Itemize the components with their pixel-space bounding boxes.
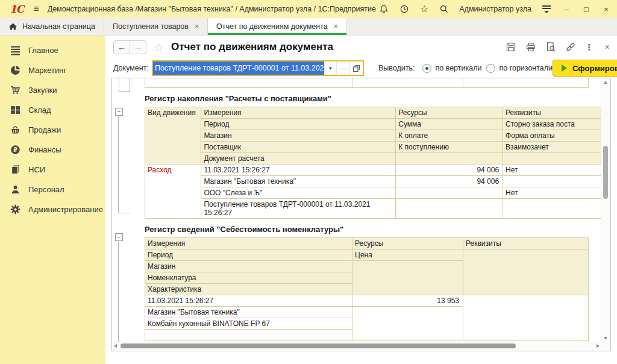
- sheet-content: Регистр накопления "Расчеты с поставщика…: [112, 78, 601, 342]
- sidebar-label: Главное: [28, 46, 58, 55]
- generate-button[interactable]: Сформировать: [553, 60, 617, 77]
- sidebar-item-sklad[interactable]: Склад: [0, 100, 105, 120]
- scroll-up-icon[interactable]: [604, 81, 607, 84]
- tab-close-icon[interactable]: ×: [195, 22, 199, 31]
- cell: Поставщик: [201, 142, 396, 153]
- pick-icon[interactable]: ...: [336, 61, 349, 75]
- close-report-icon[interactable]: ×: [605, 42, 610, 52]
- vertical-scrollbar[interactable]: [601, 78, 610, 342]
- nav-buttons: ← →: [113, 40, 146, 54]
- table-row: Магазин "Бытовая техника" 94 006: [145, 176, 601, 187]
- register2-title: Регистр сведений "Себестоимость номенкла…: [145, 225, 601, 234]
- open-icon[interactable]: [349, 61, 363, 75]
- tab-bar: Начальная страница Поступления товаров ×…: [0, 18, 617, 36]
- more-icon[interactable]: ⋮: [585, 42, 594, 52]
- books-icon: [10, 165, 20, 175]
- scroll-left-icon[interactable]: [114, 344, 117, 348]
- radio-unselected-icon[interactable]: [486, 64, 495, 73]
- cell: Номенклатура: [145, 272, 352, 284]
- print-icon[interactable]: [525, 42, 536, 52]
- sidebar-item-glavnoe[interactable]: Главное: [0, 40, 105, 60]
- back-button[interactable]: ←: [114, 41, 130, 54]
- document-input[interactable]: Поступление товаров ТДРТ-000001 от 11.03…: [153, 61, 324, 75]
- sidebar-label: Администрирование: [28, 205, 103, 214]
- partial-table-row: [145, 78, 589, 88]
- svg-text:₽: ₽: [13, 146, 17, 153]
- tab-postupleniya-tovarov[interactable]: Поступления товаров ×: [104, 18, 208, 35]
- save-icon[interactable]: [506, 42, 516, 52]
- tab-label: Поступления товаров: [113, 22, 189, 31]
- titlebar-actions: ☆ Администратор узла – □ ×: [379, 4, 611, 14]
- cell: Сторно заказа поста: [503, 119, 601, 130]
- cell: [503, 153, 601, 165]
- sidebar-item-marketing[interactable]: Маркетинг: [0, 60, 105, 80]
- sidebar-item-personal[interactable]: Персонал: [0, 180, 105, 199]
- bell-icon[interactable]: [379, 4, 389, 14]
- favorites-star-icon[interactable]: ☆: [420, 4, 428, 14]
- main-menu-icon[interactable]: ≡: [33, 4, 39, 14]
- dropdown-icon[interactable]: ▼: [324, 61, 336, 75]
- document-field[interactable]: Поступление товаров ТДРТ-000001 от 11.03…: [152, 60, 364, 76]
- cell: Магазин: [201, 130, 396, 142]
- grid-boxes-icon: [10, 105, 20, 115]
- sidebar-item-prodazhi[interactable]: Продажи: [0, 120, 105, 140]
- group-line: [118, 241, 119, 342]
- collapse-group-button[interactable]: [115, 108, 123, 116]
- generate-button-label: Сформировать: [572, 64, 617, 73]
- cart-icon: [10, 85, 20, 95]
- cell: [145, 330, 352, 340]
- cell: 94 006: [396, 165, 503, 176]
- scroll-down-icon[interactable]: [604, 337, 607, 340]
- print-preview-icon[interactable]: [545, 42, 556, 52]
- cell: Документ расчета: [201, 153, 396, 165]
- column-header: Ресурсы: [396, 107, 503, 119]
- service-menu-icon[interactable]: [542, 5, 551, 13]
- radio-horizontal-label: по горизонтали: [499, 64, 553, 72]
- favorite-star-icon[interactable]: ☆: [154, 42, 164, 53]
- cell: [503, 199, 601, 219]
- group-line: [118, 213, 130, 213]
- horizontal-scrollbar[interactable]: [112, 342, 601, 351]
- person-icon: [10, 184, 20, 195]
- tab-home[interactable]: Начальная страница: [0, 18, 104, 35]
- history-icon[interactable]: [399, 4, 410, 14]
- sidebar-label: Продажи: [28, 125, 61, 134]
- cell: [352, 78, 463, 88]
- cell: [503, 176, 601, 187]
- radio-vertical[interactable]: по вертикали: [422, 64, 481, 73]
- tab-close-icon[interactable]: ×: [334, 22, 338, 31]
- current-user[interactable]: Администратор узла: [459, 5, 531, 13]
- sidebar-label: Финансы: [28, 145, 61, 154]
- collapse-group-button[interactable]: [115, 233, 123, 241]
- cell: ООО "Слеза и Ъ": [201, 187, 396, 199]
- cell: Взаимозачет: [503, 142, 601, 153]
- sidebar-item-nsi[interactable]: НСИ: [0, 160, 105, 180]
- minimize-button[interactable]: –: [562, 5, 571, 13]
- cell: [463, 78, 589, 88]
- link-icon[interactable]: [565, 42, 576, 52]
- tab-otchet-po-dvizheniyam[interactable]: Отчет по движениям документа ×: [208, 18, 347, 35]
- gear-icon: [10, 204, 20, 215]
- radio-selected-icon[interactable]: [422, 64, 431, 73]
- sidebar: Главное Маркетинг Закупки: [0, 36, 105, 364]
- vertical-scrollbar-thumb[interactable]: [603, 146, 608, 199]
- home-icon: [8, 22, 17, 31]
- close-window-button[interactable]: ×: [601, 5, 611, 13]
- cell: [463, 295, 589, 340]
- sidebar-item-finansy[interactable]: ₽ Финансы: [0, 140, 105, 160]
- sidebar-item-zakupki[interactable]: Закупки: [0, 80, 105, 100]
- scroll-right-icon[interactable]: [597, 344, 600, 348]
- spreadsheet[interactable]: Регистр накопления "Расчеты с поставщика…: [112, 78, 601, 342]
- cell: [145, 78, 352, 88]
- content-area: ← → ☆ Отчет по движениям документа: [105, 36, 617, 364]
- cell: Цена: [352, 249, 463, 261]
- forward-button[interactable]: →: [130, 41, 146, 54]
- document-label: Документ:: [113, 64, 149, 72]
- radio-horizontal[interactable]: по горизонтали: [486, 64, 553, 73]
- page-title: Отчет по движениям документа: [171, 41, 333, 53]
- search-icon[interactable]: [439, 4, 449, 14]
- sidebar-item-administrirovanie[interactable]: Администрирование: [0, 199, 105, 219]
- horizontal-scrollbar-thumb[interactable]: [121, 344, 516, 348]
- maximize-button[interactable]: □: [581, 5, 591, 13]
- table-row: Период Сумма Сторно заказа поста: [145, 119, 601, 130]
